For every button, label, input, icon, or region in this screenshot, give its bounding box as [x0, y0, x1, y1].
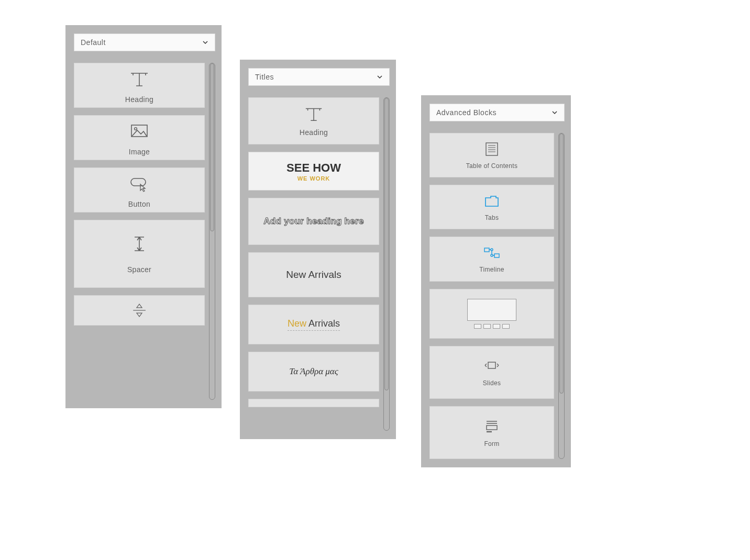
title-script-greek[interactable]: Τα Άρθρα μας: [248, 352, 379, 391]
toc-icon: [482, 141, 501, 157]
block-divider[interactable]: [74, 295, 205, 326]
block-form-label: Form: [484, 440, 499, 447]
block-button[interactable]: Button: [74, 167, 205, 212]
block-spacer[interactable]: Spacer: [74, 220, 205, 288]
svg-point-6: [491, 249, 493, 251]
title-outline-text: Add your heading here: [263, 216, 363, 227]
button-icon: [129, 175, 150, 193]
title-heading[interactable]: Heading: [248, 97, 379, 144]
block-list: Heading Image: [74, 63, 215, 400]
category-selector-label: Advanced Blocks: [436, 108, 497, 117]
block-button-label: Button: [128, 200, 150, 208]
block-tabs[interactable]: Tabs: [429, 185, 554, 229]
tabs-icon: [482, 193, 501, 209]
category-selector-label: Default: [81, 38, 106, 47]
blocks-panel-titles: Titles Heading SEE HOW WE WORK Add your …: [240, 60, 396, 439]
title-new-arrivals-accent[interactable]: New Arrivals: [248, 305, 379, 344]
svg-point-7: [491, 254, 493, 256]
block-timeline-label: Timeline: [479, 266, 504, 273]
title-script-greek-text: Τα Άρθρα μας: [289, 366, 338, 377]
svg-rect-3: [486, 143, 498, 155]
block-list: Table of Contents Tabs: [429, 133, 565, 459]
carousel-icon: [467, 299, 516, 329]
svg-point-1: [135, 128, 137, 130]
chevron-down-icon: [552, 109, 558, 116]
block-heading[interactable]: Heading: [74, 63, 205, 108]
block-carousel[interactable]: [429, 289, 554, 339]
svg-rect-4: [484, 248, 489, 252]
timeline-icon: [482, 245, 501, 261]
title-seehow-line1: SEE HOW: [286, 161, 341, 175]
scrollbar-thumb[interactable]: [384, 98, 389, 390]
spacer-icon: [131, 234, 147, 254]
title-new-arrivals-text: New Arrivals: [286, 269, 341, 281]
category-selector-label: Titles: [255, 73, 274, 81]
block-slides[interactable]: Slides: [429, 346, 554, 399]
slides-icon: [482, 357, 501, 373]
title-outline[interactable]: Add your heading here: [248, 198, 379, 245]
block-heading-label: Heading: [125, 95, 153, 104]
blocks-panel-default: Default Heading: [65, 25, 222, 408]
title-new-arrivals[interactable]: New Arrivals: [248, 252, 379, 297]
block-timeline[interactable]: Timeline: [429, 237, 554, 281]
block-tabs-label: Tabs: [485, 214, 499, 221]
block-image-label: Image: [129, 148, 150, 156]
category-selector[interactable]: Titles: [248, 68, 390, 86]
block-form[interactable]: Form: [429, 406, 554, 459]
block-image[interactable]: Image: [74, 115, 205, 160]
heading-icon: [129, 70, 150, 88]
block-toc[interactable]: Table of Contents: [429, 133, 554, 177]
scrollbar[interactable]: [558, 133, 565, 459]
chevron-down-icon: [202, 39, 208, 46]
heading-icon: [304, 105, 324, 123]
scrollbar[interactable]: [383, 97, 390, 431]
block-spacer-label: Spacer: [127, 265, 151, 274]
image-icon: [129, 122, 150, 140]
chevron-down-icon: [377, 74, 383, 80]
block-list: Heading SEE HOW WE WORK Add your heading…: [248, 97, 390, 431]
block-slides-label: Slides: [483, 379, 501, 387]
block-toc-label: Table of Contents: [466, 162, 518, 170]
title-heading-label: Heading: [300, 128, 328, 137]
svg-rect-0: [131, 125, 147, 137]
category-selector[interactable]: Default: [74, 33, 215, 51]
title-next-preview[interactable]: [248, 399, 379, 407]
form-icon: [482, 418, 501, 434]
svg-rect-9: [487, 425, 497, 430]
blocks-panel-advanced: Advanced Blocks Table of Contents: [421, 95, 571, 467]
divider-icon: [130, 301, 148, 319]
title-new-arrivals-accent-text: New Arrivals: [288, 318, 340, 331]
title-seehow-line2: WE WORK: [297, 175, 330, 182]
svg-rect-8: [488, 362, 495, 368]
scrollbar-thumb[interactable]: [559, 133, 564, 394]
svg-rect-5: [494, 254, 499, 257]
svg-rect-2: [131, 178, 146, 186]
scrollbar-thumb[interactable]: [210, 63, 214, 231]
scrollbar[interactable]: [209, 63, 215, 400]
title-seehow[interactable]: SEE HOW WE WORK: [248, 152, 379, 191]
category-selector[interactable]: Advanced Blocks: [429, 104, 565, 121]
